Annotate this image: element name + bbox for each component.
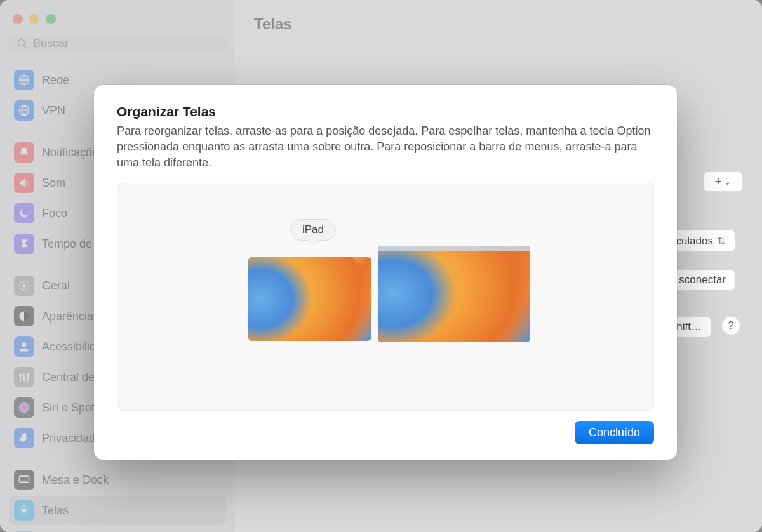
- dialog-title: Organizar Telas: [117, 104, 654, 119]
- globe-icon: [14, 70, 34, 90]
- chevron-down-icon: ⌄: [724, 176, 732, 187]
- sidebar-item-label: VPN: [42, 104, 65, 117]
- svg-point-0: [18, 39, 25, 46]
- close-window-button[interactable]: [13, 14, 23, 24]
- svg-line-1: [23, 45, 27, 48]
- svg-point-10: [20, 375, 22, 376]
- hourglass-icon: [14, 234, 34, 254]
- svg-line-22: [27, 513, 28, 514]
- globe-icon: [14, 100, 34, 121]
- sidebar-item-imagem-de-fundo[interactable]: Imagem de Fundo: [9, 526, 226, 532]
- display-tooltip-ipad: iPad: [290, 219, 336, 241]
- gear-icon: [14, 276, 34, 296]
- moon-icon: [14, 203, 34, 223]
- dock-icon: [14, 470, 34, 490]
- sliders-icon: [14, 367, 34, 387]
- search-input[interactable]: [33, 37, 218, 50]
- zoom-window-button[interactable]: [46, 14, 56, 24]
- window-controls: [9, 10, 226, 37]
- sidebar-item-label: Rede: [42, 74, 69, 87]
- bell-icon: [14, 142, 34, 163]
- dialog-footer: Concluído: [117, 411, 654, 444]
- plus-icon: +: [715, 175, 722, 189]
- speaker-icon: [14, 173, 34, 193]
- sidebar-item-label: Aparência: [42, 310, 93, 323]
- arrange-displays-dialog: Organizar Telas Para reorganizar telas, …: [94, 85, 677, 460]
- sidebar-item-label: Mesa e Dock: [42, 474, 109, 487]
- hand-icon: [14, 428, 34, 448]
- sidebar-item-mesa-e-dock[interactable]: Mesa e Dock: [9, 465, 226, 495]
- done-button[interactable]: Concluído: [575, 421, 654, 444]
- display-arrangement-area[interactable]: iPad: [117, 183, 654, 411]
- svg-line-24: [27, 507, 28, 508]
- search-icon: [17, 38, 28, 50]
- sidebar-item-label: Telas: [42, 504, 69, 517]
- sidebar-item-label: Geral: [42, 279, 70, 293]
- person-icon: [14, 336, 34, 357]
- svg-point-4: [23, 284, 26, 288]
- svg-point-16: [22, 509, 27, 513]
- add-display-button[interactable]: + ⌄: [704, 171, 743, 192]
- contrast-icon: [14, 306, 34, 326]
- svg-line-21: [20, 507, 22, 508]
- help-button[interactable]: ?: [721, 316, 740, 335]
- minimize-window-button[interactable]: [29, 14, 39, 24]
- sidebar-item-label: Som: [42, 176, 65, 190]
- sun-icon: [14, 500, 34, 521]
- display-thumb-main[interactable]: [378, 246, 530, 342]
- svg-point-12: [27, 373, 29, 375]
- disconnect-button-partial[interactable]: sconectar: [669, 269, 735, 291]
- svg-point-13: [19, 402, 30, 413]
- sidebar-item-telas[interactable]: Telas: [9, 496, 226, 525]
- svg-line-23: [20, 513, 22, 514]
- page-title: Telas: [254, 15, 743, 33]
- svg-point-6: [22, 342, 27, 347]
- search-field-wrap[interactable]: [9, 37, 226, 50]
- svg-rect-15: [21, 481, 27, 482]
- siri-icon: [14, 397, 34, 418]
- menubar-indicator[interactable]: [378, 246, 530, 251]
- sidebar-item-label: Foco: [42, 207, 67, 220]
- sidebar-item-label: Privacidade: [42, 432, 102, 445]
- svg-point-11: [23, 378, 25, 380]
- updown-icon: ⇅: [717, 234, 726, 248]
- svg-rect-14: [20, 476, 29, 482]
- dialog-description: Para reorganizar telas, arraste-as para …: [117, 123, 654, 171]
- display-thumb-ipad[interactable]: [248, 257, 371, 341]
